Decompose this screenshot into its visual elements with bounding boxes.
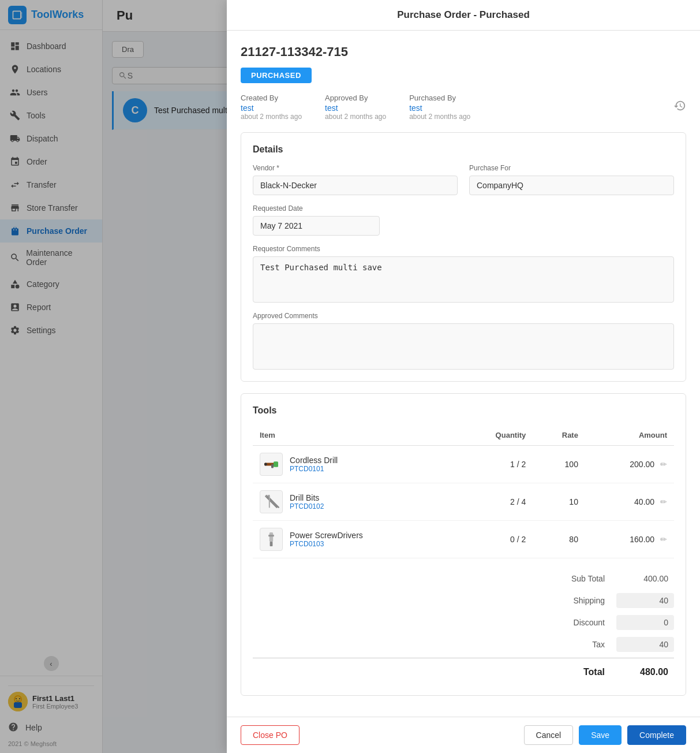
tool-name-1: Cordless Drill [290, 456, 338, 465]
total-label: Total [536, 667, 605, 677]
approved-comments-textarea[interactable] [253, 323, 674, 370]
requested-date-group: Requested Date [253, 204, 380, 236]
total-row: Total 480.00 [253, 661, 674, 684]
table-row: Cordless Drill PTCD0101 1 / 2 100 200.00… [253, 446, 674, 483]
svg-rect-8 [274, 461, 278, 467]
close-po-button[interactable]: Close PO [241, 725, 300, 745]
tool-item-cell-2: Drill Bits PTCD0102 [253, 483, 456, 521]
total-value: 480.00 [616, 664, 674, 680]
meta-created-user[interactable]: test [241, 103, 302, 113]
totals-section: Sub Total 400.00 Shipping 40 Discount 0 … [253, 568, 674, 684]
meta-purchased-label: Purchased By [409, 94, 470, 102]
tools-title: Tools [253, 405, 674, 416]
meta-purchased-user[interactable]: test [409, 103, 470, 113]
tool-amount-3: 160.00 ✏ [585, 521, 674, 558]
tool-code-2: PTCD0102 [290, 502, 324, 510]
tool-rate-2: 10 [533, 483, 585, 521]
modal-body: 21127-113342-715 PURCHASED Created By te… [227, 31, 700, 717]
approved-comments-label: Approved Comments [253, 312, 674, 320]
tools-section: Tools Item Quantity Rate Amount [241, 393, 686, 696]
tool-thumbnail-1 [260, 453, 283, 476]
subtotal-row: Sub Total 400.00 [253, 568, 674, 590]
total-divider [253, 658, 674, 658]
tool-code-1: PTCD0101 [290, 465, 338, 473]
modal: Purchase Order - Purchased 21127-113342-… [227, 0, 700, 753]
approved-comments-group: Approved Comments [253, 312, 674, 370]
complete-button[interactable]: Complete [627, 725, 686, 745]
modal-overlay: Purchase Order - Purchased 21127-113342-… [0, 0, 700, 753]
svg-rect-16 [269, 532, 273, 542]
meta-approved-date: about 2 months ago [325, 113, 386, 121]
meta-created-label: Created By [241, 94, 302, 102]
svg-rect-17 [270, 542, 273, 546]
history-icon[interactable] [673, 99, 686, 115]
svg-rect-18 [268, 535, 274, 536]
tool-amount-2: 40.00 ✏ [585, 483, 674, 521]
details-title: Details [253, 144, 674, 155]
vendor-purchase-row: Vendor * Purchase For [253, 164, 674, 195]
shipping-value[interactable]: 40 [616, 593, 674, 608]
col-amount: Amount [585, 425, 674, 446]
tax-value[interactable]: 40 [616, 637, 674, 652]
meta-approved-by: Approved By test about 2 months ago [325, 94, 386, 121]
svg-rect-9 [271, 464, 274, 468]
svg-point-10 [264, 463, 267, 466]
tool-rate-3: 80 [533, 521, 585, 558]
meta-purchased-date: about 2 months ago [409, 113, 470, 121]
cancel-button[interactable]: Cancel [524, 725, 574, 745]
purchase-for-input[interactable] [469, 176, 674, 195]
col-rate: Rate [533, 425, 585, 446]
tool-thumbnail-3 [260, 528, 283, 551]
modal-title: Purchase Order - Purchased [397, 9, 530, 20]
requestor-comments-label: Requestor Comments [253, 245, 674, 253]
tool-name-2: Drill Bits [290, 493, 324, 502]
modal-header: Purchase Order - Purchased [227, 0, 700, 31]
modal-footer: Close PO Cancel Save Complete [227, 717, 700, 753]
requestor-comments-textarea[interactable]: Test Purchased multi save [253, 256, 674, 303]
tool-amount-1: 200.00 ✏ [585, 446, 674, 483]
edit-icon-1[interactable]: ✏ [660, 460, 667, 469]
purchase-for-label: Purchase For [469, 164, 674, 172]
status-badge: PURCHASED [241, 68, 312, 83]
po-number: 21127-113342-715 [241, 44, 686, 59]
discount-label: Discount [536, 618, 605, 627]
meta-created-date: about 2 months ago [241, 113, 302, 121]
meta-approved-label: Approved By [325, 94, 386, 102]
requested-date-input[interactable] [253, 216, 380, 236]
tax-row: Tax 40 [253, 633, 674, 655]
vendor-label: Vendor * [253, 164, 458, 172]
tool-quantity-1: 1 / 2 [456, 446, 533, 483]
edit-icon-2[interactable]: ✏ [660, 497, 667, 506]
shipping-row: Shipping 40 [253, 590, 674, 612]
requestor-comments-group: Requestor Comments Test Purchased multi … [253, 245, 674, 303]
subtotal-value: 400.00 [616, 571, 674, 586]
tool-code-3: PTCD0103 [290, 540, 363, 548]
svg-line-11 [265, 496, 276, 507]
tool-thumbnail-2 [260, 490, 283, 513]
tool-item-cell-1: Cordless Drill PTCD0101 [253, 446, 456, 483]
tool-rate-1: 100 [533, 446, 585, 483]
meta-approved-user[interactable]: test [325, 103, 386, 113]
meta-purchased-by: Purchased By test about 2 months ago [409, 94, 470, 121]
requested-date-row: Requested Date [253, 204, 674, 236]
purchase-for-group: Purchase For [469, 164, 674, 195]
details-section: Details Vendor * Purchase For Requested … [241, 132, 686, 382]
tool-name-3: Power ScrewDrivers [290, 531, 363, 540]
col-item: Item [253, 425, 456, 446]
col-quantity: Quantity [456, 425, 533, 446]
subtotal-label: Sub Total [536, 574, 605, 583]
save-button[interactable]: Save [579, 725, 622, 745]
requested-date-label: Requested Date [253, 204, 380, 213]
discount-value[interactable]: 0 [616, 615, 674, 630]
table-row: Drill Bits PTCD0102 2 / 4 10 40.00 ✏ [253, 483, 674, 521]
table-row: Power ScrewDrivers PTCD0103 0 / 2 80 160… [253, 521, 674, 558]
discount-row: Discount 0 [253, 612, 674, 633]
tool-quantity-3: 0 / 2 [456, 521, 533, 558]
tool-item-cell-3: Power ScrewDrivers PTCD0103 [253, 521, 456, 558]
shipping-label: Shipping [536, 596, 605, 605]
meta-created-by: Created By test about 2 months ago [241, 94, 302, 121]
vendor-group: Vendor * [253, 164, 458, 195]
tools-table: Item Quantity Rate Amount [253, 425, 674, 558]
edit-icon-3[interactable]: ✏ [660, 535, 667, 544]
vendor-input[interactable] [253, 176, 458, 195]
